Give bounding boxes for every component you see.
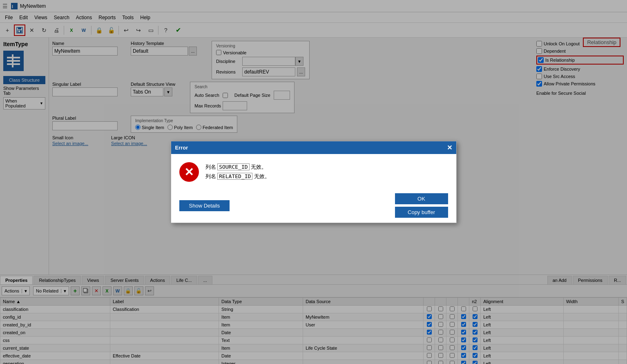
dialog-buttons-row: Show Details OK Copy buffer [171,190,456,223]
error-line2: 列名 RELATED_ID 无效。 [205,172,448,181]
dialog-title: Error [175,145,188,151]
dialog-body: ✕ 列名 SOURCE_ID 无效。 列名 RELATED_ID 无效。 [171,154,456,190]
dialog-message: 列名 SOURCE_ID 无效。 列名 RELATED_ID 无效。 [205,162,448,181]
error-line1: 列名 SOURCE_ID 无效。 [205,162,448,172]
error-icon: ✕ [179,162,199,182]
error-overlay: Error ✕ ✕ 列名 SOURCE_ID 无效。 列名 RELATED_ID… [0,0,627,364]
dialog-close-btn[interactable]: ✕ [447,144,452,152]
error-dialog: Error ✕ ✕ 列名 SOURCE_ID 无效。 列名 RELATED_ID… [171,141,457,223]
copy-buffer-btn[interactable]: Copy buffer [395,207,448,218]
show-details-btn[interactable]: Show Details [179,200,230,211]
dialog-btn-right: OK Copy buffer [395,193,448,218]
dialog-btn-left: Show Details [179,200,230,211]
dialog-title-bar: Error ✕ [171,141,456,154]
ok-btn[interactable]: OK [395,193,448,204]
